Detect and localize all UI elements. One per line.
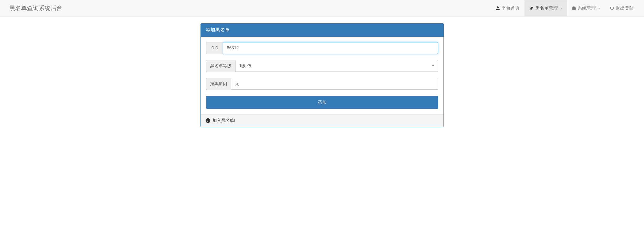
user-icon: [496, 6, 500, 10]
submit-button[interactable]: 添加: [206, 96, 438, 109]
reason-input[interactable]: [231, 78, 438, 90]
level-input-group: 黑名单等级 1级-低: [206, 60, 438, 72]
nav-label: 平台首页: [502, 5, 520, 11]
level-select[interactable]: 1级-低: [236, 60, 438, 72]
qq-label: ＱＱ: [206, 42, 223, 54]
nav-item-logout[interactable]: 退出登陆: [605, 0, 639, 16]
panel-title: 添加黑名单: [201, 23, 444, 37]
main-container: 添加黑名单 ＱＱ 黑名单等级 1级-低 拉黑原因: [196, 23, 448, 127]
nav-label: 黑名单管理: [535, 5, 558, 11]
panel-body: ＱＱ 黑名单等级 1级-低 拉黑原因 添加: [201, 37, 444, 114]
pin-icon: [529, 6, 534, 10]
reason-input-group: 拉黑原因: [206, 78, 438, 90]
qq-input[interactable]: [223, 42, 438, 54]
nav-label: 系统管理: [578, 5, 596, 11]
footer-text: 加入黑名单!: [213, 118, 235, 124]
nav-menu: 平台首页 黑名单管理 系统管理: [491, 0, 639, 16]
power-icon: [610, 6, 614, 10]
top-navbar: 黑名单查询系统后台 平台首页 黑名单管理: [0, 0, 644, 17]
add-blacklist-panel: 添加黑名单 ＱＱ 黑名单等级 1级-低 拉黑原因: [200, 23, 444, 127]
nav-item-blacklist[interactable]: 黑名单管理: [525, 0, 567, 16]
gear-icon: [572, 6, 576, 10]
brand-title[interactable]: 黑名单查询系统后台: [5, 0, 66, 16]
chevron-down-icon: [598, 8, 600, 9]
qq-input-group: ＱＱ: [206, 42, 438, 54]
chevron-down-icon: [560, 8, 562, 9]
nav-item-home[interactable]: 平台首页: [491, 0, 525, 16]
nav-item-system[interactable]: 系统管理: [567, 0, 605, 16]
nav-label: 退出登陆: [616, 5, 634, 11]
info-icon: i: [206, 118, 210, 123]
level-label: 黑名单等级: [206, 60, 236, 72]
panel-footer: i 加入黑名单!: [201, 114, 444, 127]
reason-label: 拉黑原因: [206, 78, 231, 90]
